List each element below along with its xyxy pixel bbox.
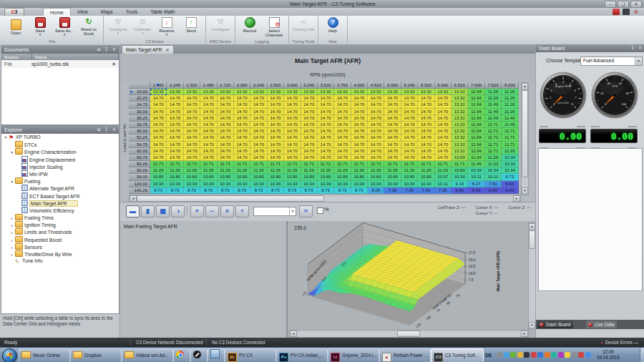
table-cell[interactable]: 14.70 <box>401 115 418 122</box>
table-cell[interactable]: 10.57 <box>435 174 452 180</box>
table-cell[interactable]: 10.34 <box>284 181 301 187</box>
table-cell[interactable]: 10.80 <box>301 174 318 180</box>
table-cell[interactable]: 10.11 <box>435 181 452 187</box>
row-header-20.25[interactable]: 20.25 <box>129 95 150 102</box>
table-cell[interactable]: 13.32 <box>167 89 183 95</box>
table-cell[interactable]: 14.70 <box>268 142 284 148</box>
table-cell[interactable]: 10.80 <box>150 174 167 180</box>
table-cell[interactable]: 14.70 <box>234 102 250 108</box>
table-cell[interactable]: 14.70 <box>184 148 200 155</box>
table-cell[interactable]: 11.26 <box>351 167 368 174</box>
fill-table-button[interactable]: ▩ <box>156 205 170 217</box>
table-cell[interactable]: 11.26 <box>150 167 167 174</box>
dropdown-arrow-icon[interactable]: ▾ <box>155 33 179 36</box>
window-position-icon[interactable]: ⊞ <box>97 47 102 52</box>
table-cell[interactable]: 13.32 <box>184 89 200 95</box>
table-cell[interactable]: 13.32 <box>452 148 468 155</box>
table-cell[interactable]: 11.71 <box>268 161 284 167</box>
table-cell[interactable]: 14.70 <box>200 134 217 141</box>
chevron-down-icon[interactable]: ▼ <box>635 57 642 65</box>
table-cell[interactable]: 11.03 <box>485 161 502 167</box>
table-cell[interactable]: 10.34 <box>502 167 518 174</box>
scroll-left-icon[interactable]: ◄ <box>130 195 137 202</box>
table-cell[interactable]: 14.70 <box>418 148 434 155</box>
tree-item-tune-info[interactable]: ✎Tune Info <box>1 258 119 265</box>
row-header-24.75[interactable]: 24.75 <box>129 102 150 108</box>
table-cell[interactable]: 11.26 <box>401 167 418 174</box>
start-button[interactable] <box>2 348 17 362</box>
table-cell[interactable]: 14.70 <box>435 128 452 134</box>
table-cell[interactable]: 14.70 <box>284 128 301 134</box>
document-row[interactable]: File sp1000_turbo.stk ✕ <box>1 60 119 68</box>
table-cell[interactable]: 11.26 <box>334 167 351 174</box>
taskbar-item-pv-cx[interactable]: BrPV CX <box>225 348 276 362</box>
table-cell[interactable]: 14.70 <box>318 148 334 155</box>
show-desktop-button[interactable] <box>640 348 644 362</box>
scroll-right-icon[interactable]: ► <box>521 331 528 337</box>
table-cell[interactable]: 14.70 <box>368 109 384 115</box>
table-cell[interactable]: 13.32 <box>452 128 468 134</box>
reset-to-stock-button[interactable]: ↻Reset to Stock <box>77 16 101 36</box>
tray-icon-13[interactable] <box>578 352 584 358</box>
table-cell[interactable]: 14.70 <box>284 142 301 148</box>
table-cell[interactable]: 14.70 <box>368 155 384 161</box>
table-cell[interactable]: 14.70 <box>368 148 384 155</box>
table-cell[interactable]: 14.70 <box>301 122 318 128</box>
table-cell[interactable]: 11.94 <box>468 148 484 155</box>
table-cell[interactable]: 13.32 <box>418 89 434 95</box>
table-cell[interactable]: 10.80 <box>384 174 401 180</box>
table-cell[interactable]: 13.32 <box>351 89 368 95</box>
table-cell[interactable]: 10.80 <box>184 174 200 180</box>
tree-item-sensors[interactable]: ▹Sensors <box>1 243 119 250</box>
table-cell[interactable]: 13.32 <box>452 142 468 148</box>
table-cell[interactable]: 14.70 <box>167 155 183 161</box>
table-cell[interactable]: 14.70 <box>368 115 384 122</box>
table-cell[interactable]: 11.71 <box>234 161 250 167</box>
table-cell[interactable]: 14.70 <box>435 148 452 155</box>
column-header-7.000[interactable]: 7.000 <box>468 82 484 89</box>
tuning-link-button[interactable]: ∞Tuning Link <box>291 16 316 31</box>
table-cell[interactable]: 14.70 <box>150 148 167 155</box>
column-header-2.520[interactable]: 2.520 <box>268 82 284 89</box>
table-cell[interactable]: 14.70 <box>384 134 401 141</box>
table-cell[interactable]: 14.70 <box>250 115 267 122</box>
table-cell[interactable]: 14.70 <box>218 142 234 148</box>
table-cell[interactable]: 14.70 <box>384 109 401 115</box>
dropdown-arrow-icon[interactable]: ▾ <box>28 33 52 36</box>
table-cell[interactable]: 14.70 <box>384 128 401 134</box>
table-cell[interactable]: 11.71 <box>435 161 452 167</box>
row-header-39.75[interactable]: 39.75 <box>129 122 150 128</box>
row-header-15.00[interactable]: 15.00► <box>129 89 150 95</box>
table-cell[interactable]: 11.71 <box>485 122 502 128</box>
table-cell[interactable]: 14.70 <box>200 128 217 134</box>
table-cell[interactable]: 14.70 <box>418 155 434 161</box>
row-header-140.25[interactable]: 140.25 <box>129 187 150 194</box>
tray-icon-11[interactable] <box>565 352 570 358</box>
table-cell[interactable]: 14.70 <box>401 148 418 155</box>
table-cell[interactable]: 14.70 <box>301 115 318 122</box>
table-cell[interactable]: 10.80 <box>318 174 334 180</box>
scrollbar-thumb[interactable] <box>522 90 528 177</box>
table-cell[interactable]: 14.70 <box>250 148 267 155</box>
table-cell[interactable]: 11.94 <box>468 122 484 128</box>
tree-item-fueling-trims[interactable]: ▹Fueling Trims <box>1 214 119 221</box>
select-channels-button[interactable]: Select Channels <box>262 16 286 37</box>
table-cell[interactable]: 14.70 <box>284 122 301 128</box>
table-cell[interactable]: 14.70 <box>368 142 384 148</box>
table-cell[interactable]: 11.71 <box>452 161 468 167</box>
table-cell[interactable]: 14.70 <box>384 122 401 128</box>
configure-button[interactable]: ⚒Configure▾ <box>106 16 130 34</box>
table-cell[interactable]: 14.70 <box>418 128 434 134</box>
table-cell[interactable]: 14.70 <box>218 95 234 102</box>
taskbar-item-black[interactable] <box>190 348 208 362</box>
table-cell[interactable]: 14.70 <box>318 122 334 128</box>
table-cell[interactable]: 11.71 <box>284 161 301 167</box>
table-cell[interactable]: 13.32 <box>452 89 468 95</box>
table-cell[interactable]: 14.70 <box>218 134 234 141</box>
receive-button[interactable]: ↓Receive▾ <box>155 16 179 36</box>
fill-row-button[interactable]: ▬ <box>126 205 140 217</box>
table-cell[interactable]: 14.70 <box>150 115 167 122</box>
scrollbar-thumb[interactable] <box>397 331 420 337</box>
tree-item-xp-turbo[interactable]: ▾⚑XP TURBO <box>1 134 119 141</box>
table-cell[interactable]: 14.70 <box>268 128 284 134</box>
